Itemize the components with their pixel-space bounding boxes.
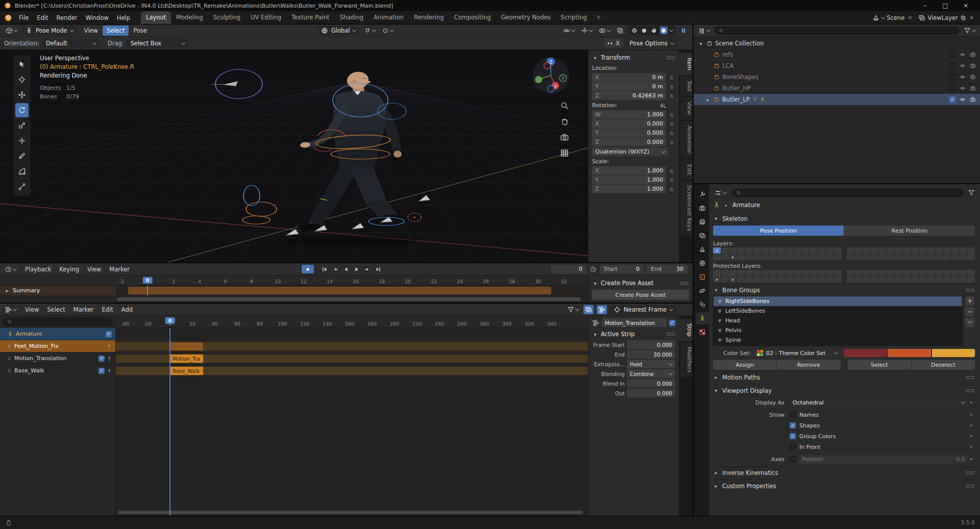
bone-group-leftsidebones[interactable]: LeftSideBones [714, 306, 962, 316]
hide-viewport-icon[interactable] [960, 52, 966, 58]
nla-lane-armature[interactable] [116, 328, 588, 340]
zoom-icon[interactable] [560, 101, 569, 110]
outliner-search-input[interactable] [715, 27, 959, 35]
layer-button[interactable] [927, 254, 935, 260]
inverse-kinematics-panel-header[interactable]: ▸Inverse Kinematics [713, 466, 975, 478]
nla-channel-motion-translation[interactable]: ☆Motion_Translation [0, 352, 115, 365]
snap-toggle[interactable] [362, 26, 377, 35]
layer-button[interactable] [794, 254, 801, 260]
option-in-front[interactable]: In Front [790, 444, 968, 450]
mute-checkbox[interactable] [99, 356, 105, 362]
nla-tab-modifiers[interactable]: Modifiers [680, 342, 693, 377]
mirror-x-toggle[interactable]: X [604, 39, 623, 48]
layer-button[interactable] [834, 254, 842, 260]
timeline-menu-keying[interactable]: Keying [55, 264, 83, 274]
layer-button[interactable] [863, 270, 870, 276]
play-reverse-button[interactable] [341, 265, 351, 273]
layer-button[interactable] [919, 254, 927, 260]
layer-button[interactable] [721, 270, 729, 276]
layer-button[interactable] [903, 276, 911, 283]
timeline-menu-playback[interactable]: Playback [21, 264, 55, 274]
nla-filter-button[interactable] [566, 305, 580, 314]
nla-menu-edit[interactable]: Edit [98, 305, 117, 315]
layer-button[interactable] [786, 270, 793, 276]
field-end[interactable]: 30.000 [627, 350, 675, 359]
nla-channel-armature[interactable]: Armature [0, 328, 115, 340]
properties-tab-render[interactable] [696, 202, 709, 214]
play-button[interactable] [352, 265, 362, 273]
disable-render-icon[interactable] [970, 85, 976, 91]
layer-button[interactable] [777, 247, 785, 254]
layer-button[interactable] [737, 247, 745, 254]
visibility-dropdown[interactable] [561, 26, 576, 35]
workspace-tab-modeling[interactable]: Modeling [171, 11, 208, 24]
rotation-w-field[interactable]: W1.000 [592, 110, 666, 119]
nla-menu-marker[interactable]: Marker [69, 305, 98, 315]
hide-viewport-icon[interactable] [960, 74, 966, 80]
layer-button[interactable] [863, 247, 870, 254]
layer-button[interactable] [753, 270, 761, 276]
snap-dropdown[interactable]: Nearest Frame [610, 305, 676, 314]
menu-file[interactable]: File [15, 13, 33, 23]
in-front-checkbox[interactable] [790, 444, 796, 450]
layer-button[interactable] [919, 276, 927, 283]
properties-tab-object-data[interactable] [696, 312, 709, 324]
layer-button[interactable] [935, 247, 943, 254]
sidebar-tab-screencast-keys[interactable]: Screencast Keys [680, 181, 693, 236]
layer-button[interactable] [854, 276, 862, 283]
mute-checkbox[interactable] [99, 368, 105, 374]
axes-position-slider[interactable]: Position0.0 [799, 455, 968, 464]
layer-button[interactable] [959, 254, 967, 260]
skeleton-panel-header[interactable]: ▾Skeleton [713, 212, 975, 224]
layer-button[interactable] [794, 270, 801, 276]
layer-button[interactable] [871, 270, 878, 276]
nla-playhead[interactable] [169, 328, 170, 516]
exclude-checkbox[interactable] [949, 52, 955, 58]
layer-button[interactable] [794, 247, 801, 254]
layer-button[interactable] [753, 247, 761, 254]
layer-button[interactable] [943, 247, 951, 254]
sidebar-tab-view[interactable]: View [680, 97, 693, 119]
workspace-tab-compositing[interactable]: Compositing [449, 11, 496, 24]
nla-channel-base-walk[interactable]: ☆Base_Walk [0, 365, 115, 377]
custom-properties-panel-header[interactable]: ▸Custom Properties [713, 480, 975, 492]
layer-button[interactable] [802, 276, 810, 283]
layer-button[interactable] [959, 247, 967, 254]
layer-button[interactable] [951, 254, 959, 260]
sidebar-tab-edit[interactable]: Edit [680, 160, 693, 180]
minimize-button[interactable]: – [915, 2, 935, 9]
outliner-row-lca[interactable]: LCA [694, 60, 980, 71]
layer-button[interactable] [847, 270, 854, 276]
lock-icon[interactable] [668, 75, 675, 80]
layer-button[interactable] [745, 270, 753, 276]
viewport-menu-view[interactable]: View [80, 26, 102, 36]
pause-render-toggle[interactable] [678, 26, 689, 35]
solo-star-icon[interactable]: ☆ [7, 368, 12, 373]
layer-button[interactable] [729, 270, 737, 276]
layer-button[interactable] [919, 270, 927, 276]
names-checkbox[interactable] [790, 412, 796, 418]
layer-button[interactable] [762, 254, 769, 260]
layer-button[interactable] [713, 254, 721, 260]
layer-button[interactable] [903, 247, 911, 254]
gizmos-dropdown[interactable] [579, 26, 594, 35]
solo-star-icon[interactable]: ☆ [7, 356, 12, 361]
breadcrumb-name[interactable]: Armature [732, 201, 760, 209]
timeline-editor-type-button[interactable] [3, 265, 18, 274]
layer-button[interactable] [737, 270, 745, 276]
proportional-edit-toggle[interactable] [380, 26, 395, 35]
tool-annotate[interactable] [15, 149, 29, 163]
layer-button[interactable] [729, 247, 737, 254]
layer-button[interactable] [943, 276, 951, 283]
workspace-tab-texture-paint[interactable]: Texture Paint [286, 11, 334, 24]
overlays-dropdown[interactable] [597, 26, 612, 35]
menu-render[interactable]: Render [53, 13, 82, 23]
layer-button[interactable] [834, 247, 842, 254]
field-out[interactable]: 0.000 [627, 389, 675, 397]
nla-lane-motion-translation[interactable]: Motion_Tra [116, 352, 588, 365]
layer-button[interactable] [879, 254, 887, 260]
auto-keying-button[interactable] [302, 265, 314, 273]
layer-button[interactable] [854, 254, 862, 260]
tool-cursor[interactable] [15, 72, 29, 87]
layer-button[interactable] [826, 247, 834, 254]
